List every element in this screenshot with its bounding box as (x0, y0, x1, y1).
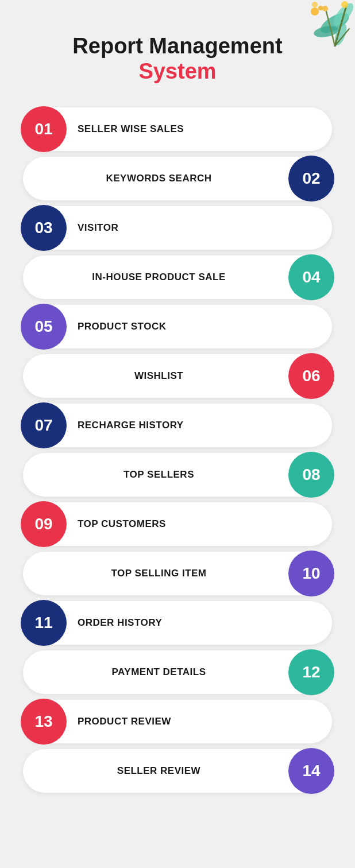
menu-item-10[interactable]: TOP SELLING ITEM10 (23, 552, 332, 595)
menu-item-06[interactable]: WISHLIST06 (23, 354, 332, 398)
decorative-corner (280, 0, 355, 95)
svg-point-11 (322, 6, 328, 11)
menu-item-09[interactable]: 09TOP CUSTOMERS (23, 502, 332, 546)
svg-point-6 (318, 6, 323, 10)
badge-12: 12 (288, 649, 334, 695)
menu-item-02[interactable]: KEYWORDS SEARCH02 (23, 157, 332, 200)
label-12: PAYMENT DETAILS (40, 666, 277, 678)
badge-14: 14 (288, 748, 334, 794)
menu-item-01[interactable]: 01SELLER WISE SALES (23, 107, 332, 151)
badge-07: 07 (21, 402, 67, 448)
svg-point-5 (312, 2, 318, 7)
badge-03: 03 (21, 205, 67, 251)
label-09: TOP CUSTOMERS (78, 518, 166, 530)
label-05: PRODUCT STOCK (78, 321, 166, 332)
label-06: WISHLIST (40, 370, 277, 382)
badge-11: 11 (21, 600, 67, 646)
label-10: TOP SELLING ITEM (40, 568, 277, 579)
badge-02: 02 (288, 156, 334, 202)
label-14: SELLER REVIEW (40, 765, 277, 777)
label-04: IN-HOUSE PRODUCT SALE (40, 272, 277, 283)
label-11: ORDER HISTORY (78, 617, 162, 629)
menu-item-14[interactable]: SELLER REVIEW14 (23, 749, 332, 793)
menu-item-03[interactable]: 03VISITOR (23, 206, 332, 250)
menu-list: 01SELLER WISE SALESKEYWORDS SEARCH0203VI… (0, 102, 355, 816)
svg-point-10 (341, 1, 348, 8)
menu-item-04[interactable]: IN-HOUSE PRODUCT SALE04 (23, 255, 332, 299)
label-02: KEYWORDS SEARCH (40, 173, 277, 184)
label-13: PRODUCT REVIEW (78, 716, 171, 727)
label-03: VISITOR (78, 222, 118, 234)
badge-10: 10 (288, 551, 334, 596)
svg-point-4 (311, 7, 319, 16)
badge-04: 04 (288, 254, 334, 300)
badge-01: 01 (21, 106, 67, 152)
badge-06: 06 (288, 353, 334, 399)
badge-05: 05 (21, 304, 67, 350)
menu-item-13[interactable]: 13PRODUCT REVIEW (23, 700, 332, 743)
label-01: SELLER WISE SALES (78, 123, 184, 135)
badge-09: 09 (21, 501, 67, 547)
badge-08: 08 (288, 452, 334, 498)
label-08: TOP SELLERS (40, 469, 277, 480)
menu-item-11[interactable]: 11ORDER HISTORY (23, 601, 332, 645)
menu-item-08[interactable]: TOP SELLERS08 (23, 453, 332, 497)
menu-item-07[interactable]: 07RECHARGE HISTORY (23, 404, 332, 447)
menu-item-05[interactable]: 05PRODUCT STOCK (23, 305, 332, 348)
badge-13: 13 (21, 699, 67, 745)
menu-item-12[interactable]: PAYMENT DETAILS12 (23, 650, 332, 694)
label-07: RECHARGE HISTORY (78, 420, 184, 431)
